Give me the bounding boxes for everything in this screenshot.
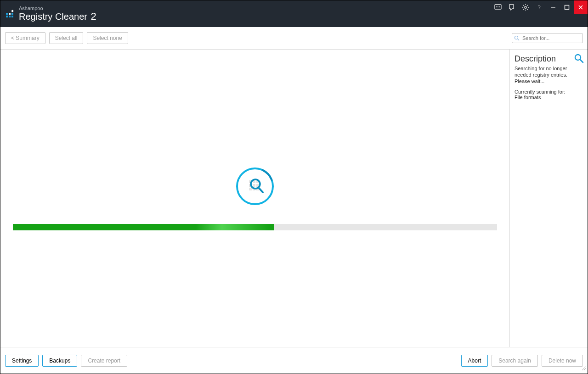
summary-button[interactable]: < Summary	[5, 32, 45, 44]
magnifier-icon	[574, 53, 584, 65]
app-logo-icon	[5, 9, 16, 20]
svg-line-39	[259, 188, 263, 192]
svg-rect-2	[11, 10, 14, 12]
main-area: Description Searching for no longer need…	[0, 50, 588, 347]
select-none-button[interactable]: Select none	[87, 32, 128, 44]
toolbar: < Summary Select all Select none	[0, 27, 588, 50]
svg-point-25	[515, 36, 518, 39]
svg-line-42	[582, 366, 586, 370]
description-status-text: Searching for no longer needed registry …	[514, 66, 583, 84]
svg-rect-0	[6, 13, 8, 15]
window-controls: ?	[491, 0, 588, 15]
app-title: Registry Cleaner 2	[19, 11, 96, 22]
app-version-text: 2	[91, 11, 96, 22]
search-input[interactable]	[512, 33, 583, 43]
create-report-button: Create report	[81, 355, 127, 367]
svg-text:?: ?	[538, 4, 541, 11]
gear-icon[interactable]	[519, 0, 532, 14]
brand-label: Ashampoo	[19, 6, 96, 11]
progress-bar	[13, 224, 497, 230]
search-again-button: Search again	[492, 355, 538, 367]
svg-rect-4	[9, 16, 11, 17]
content-area	[0, 50, 509, 347]
app-window: Ashampoo Registry Cleaner 2 ?	[0, 0, 588, 374]
svg-point-10	[499, 6, 500, 7]
svg-rect-22	[565, 6, 569, 10]
scanning-for-label: Currently scanning for:	[514, 89, 583, 95]
svg-rect-6	[11, 13, 13, 15]
titlebar: Ashampoo Registry Cleaner 2 ?	[0, 0, 588, 27]
svg-line-16	[523, 5, 524, 6]
progress-bar-fill	[13, 224, 274, 230]
delete-now-button: Delete now	[542, 355, 583, 367]
resize-grip-icon[interactable]	[581, 364, 587, 373]
svg-rect-33	[253, 184, 255, 187]
svg-point-9	[498, 6, 498, 7]
search-box	[512, 33, 583, 43]
svg-rect-35	[249, 188, 252, 190]
scanning-spinner-icon	[235, 167, 275, 208]
select-all-button[interactable]: Select all	[49, 32, 84, 44]
svg-line-41	[580, 60, 583, 62]
scanning-for-value: File formats	[514, 95, 583, 100]
svg-line-44	[586, 370, 586, 370]
search-icon	[514, 35, 520, 43]
description-panel: Description Searching for no longer need…	[509, 50, 588, 347]
svg-line-17	[527, 9, 528, 10]
app-name-text: Registry Cleaner	[19, 11, 87, 22]
description-title: Description	[514, 54, 583, 64]
svg-point-11	[525, 6, 526, 8]
help-icon[interactable]: ?	[532, 0, 546, 14]
minimize-button[interactable]	[546, 0, 560, 14]
svg-rect-5	[11, 16, 13, 17]
maximize-button[interactable]	[560, 0, 574, 14]
backups-button[interactable]: Backups	[42, 355, 77, 367]
close-button[interactable]	[574, 0, 588, 14]
svg-line-19	[527, 5, 528, 6]
svg-rect-1	[9, 13, 11, 15]
footer: Settings Backups Create report Abort Sea…	[0, 347, 588, 374]
news-icon[interactable]	[505, 0, 519, 14]
svg-line-18	[523, 9, 524, 10]
feedback-icon[interactable]	[491, 0, 505, 14]
settings-button[interactable]: Settings	[5, 355, 39, 367]
svg-point-8	[496, 6, 497, 7]
abort-button[interactable]: Abort	[461, 355, 488, 367]
svg-rect-3	[6, 16, 8, 17]
svg-line-26	[518, 39, 519, 40]
